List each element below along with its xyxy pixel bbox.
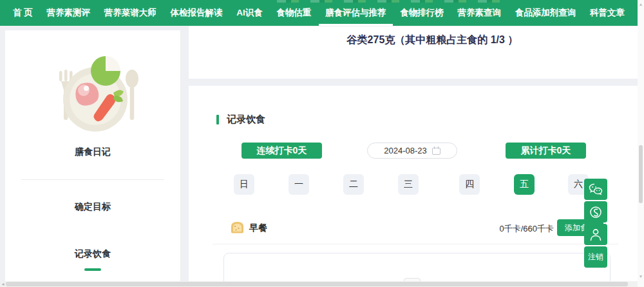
calendar-icon: [432, 146, 440, 155]
scroll-left-icon[interactable]: ◄: [1, 281, 5, 287]
nav-item-recipe-master[interactable]: 营养菜谱大师: [102, 0, 159, 26]
grain-recommendation-text: 谷类275克（其中粗粮占主食的 1/3 ）: [189, 34, 638, 47]
nav-item-additive-query[interactable]: 食品添加剂查询: [513, 0, 579, 26]
nav-item-home[interactable]: 首 页: [10, 0, 35, 26]
meal-plate-illustration: [41, 53, 147, 137]
nav-item-ai-food[interactable]: AI识食: [234, 0, 265, 26]
sidebar-item-diet-diary[interactable]: 膳食日记: [5, 146, 180, 158]
user-button[interactable]: [584, 224, 607, 245]
meal-name: 早餐: [249, 223, 267, 234]
sidebar-item-set-goal[interactable]: 确定目标: [5, 201, 180, 213]
sphere-icon: [589, 206, 602, 219]
wechat-button[interactable]: [584, 179, 607, 200]
logout-button[interactable]: 注销: [584, 246, 607, 268]
top-nav: 首 页 营养素测评 营养菜谱大师 体检报告解读 AI识食 食物估重 膳食评估与推…: [0, 0, 638, 26]
streak-days-button[interactable]: 连续打卡0天: [242, 143, 322, 159]
scroll-down-icon[interactable]: ▼: [638, 274, 643, 279]
nav-item-diet-evaluation[interactable]: 膳食评估与推荐: [323, 0, 389, 26]
nav-item-articles[interactable]: 科普文章: [587, 0, 627, 26]
vertical-scroll-thumb[interactable]: [639, 145, 643, 203]
meal-calories: 0千卡/660千卡: [499, 223, 554, 235]
nav-item-nutrient-test[interactable]: 营养素测评: [44, 0, 93, 26]
sphere-button[interactable]: [584, 201, 607, 223]
section-header: 记录饮食: [216, 114, 265, 126]
horizontal-scroll-thumb[interactable]: [6, 282, 628, 286]
weekday-wed[interactable]: 三: [398, 174, 419, 195]
nav-item-food-ranking[interactable]: 食物排行榜: [397, 0, 446, 26]
nav-item-nutrient-query[interactable]: 营养素查询: [455, 0, 504, 26]
horizontal-scrollbar[interactable]: ◄: [0, 281, 638, 287]
sidebar-divider: [21, 179, 164, 180]
meal-divider: [213, 244, 618, 244]
sidebar-active-indicator: [84, 268, 101, 271]
section-accent-bar: [216, 115, 219, 124]
section-title: 记录饮食: [227, 114, 265, 126]
nav-item-report-reading[interactable]: 体检报告解读: [167, 0, 225, 26]
scroll-up-icon[interactable]: ▲: [638, 2, 643, 6]
weekday-thu[interactable]: 四: [459, 174, 480, 195]
weekday-sun[interactable]: 日: [234, 174, 254, 195]
section-separator: [189, 79, 638, 86]
vertical-scrollbar[interactable]: ▲ ▼: [638, 0, 644, 287]
wechat-icon: [589, 183, 603, 195]
weekday-fri[interactable]: 五: [514, 174, 535, 195]
bread-icon: [230, 221, 245, 234]
main-panel: 谷类275克（其中粗粮占主食的 1/3 ） 记录饮食 连续打卡0天 2024-0…: [189, 26, 638, 282]
sidebar-item-record-diet[interactable]: 记录饮食: [5, 248, 180, 260]
weekday-mon[interactable]: 一: [289, 174, 309, 195]
total-days-button[interactable]: 累计打卡0天: [506, 143, 586, 159]
date-value: 2024-08-23: [384, 146, 427, 155]
nav-item-food-weight[interactable]: 食物估重: [274, 0, 314, 26]
user-icon: [589, 228, 602, 241]
breakfast-row: 早餐 0千卡/660千卡 添加食物: [189, 217, 638, 239]
weekday-tue[interactable]: 二: [343, 174, 364, 195]
sidebar: 膳食日记 确定目标 记录饮食: [5, 30, 181, 282]
date-picker[interactable]: 2024-08-23: [367, 143, 457, 159]
